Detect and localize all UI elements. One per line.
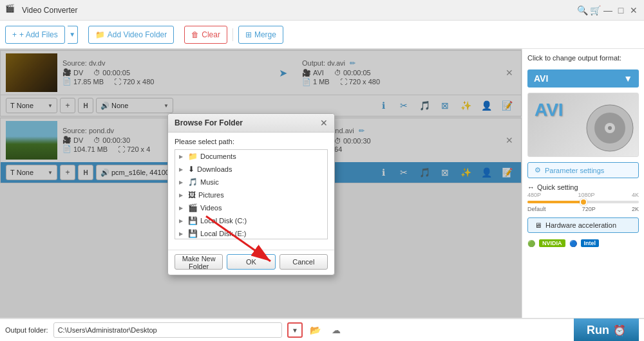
folder-label-music: Music [200,178,323,186]
folder-icon-documents: 📁 [188,152,198,161]
quality-slider-fill [527,201,583,203]
folder-arrow-disk-c: ▶ [179,218,185,224]
trash-icon: 🗑 [191,30,199,39]
folder-arrow-documents: ▶ [179,154,185,160]
output-format-label: Click to change output format: [527,54,639,62]
hardware-acceleration-button[interactable]: 🖥 Hardware acceleration [527,217,639,233]
add-video-folder-label: Add Video Folder [108,30,167,39]
run-label: Run [587,324,609,337]
right-panel: Click to change output format: AVI ▼ AVI… [522,49,644,318]
modal-body: Please select path: ▶ 📁 Documents ▶ ⬇ Do… [168,133,334,250]
maximize-btn[interactable]: □ [616,5,626,15]
folder-label-disk-c: Local Disk (C:) [200,217,323,225]
modal-close-button[interactable]: ✕ [320,118,328,128]
folder-arrow-videos: ▶ [179,205,185,211]
make-new-folder-button[interactable]: Make New Folder [175,254,223,270]
hw-icon: 🖥 [535,221,542,229]
run-button[interactable]: Run ⏰ [574,318,639,341]
ok-button[interactable]: OK [227,254,275,270]
intel-logo-icon: 🔵 [569,240,577,247]
folder-arrow-music: ▶ [179,180,185,185]
toolbar-divider [232,28,233,41]
close-btn[interactable]: ✕ [629,5,639,15]
modal-footer: Make New Folder OK Cancel [168,250,334,275]
disc-graphic [584,102,636,154]
alarm-icon: ⏰ [613,324,626,336]
folder-item-pictures[interactable]: ▶ 🖼 Pictures [175,189,327,201]
folder-icon-videos: 🎬 [188,203,198,212]
folder-item-disk-c[interactable]: ▶ 💾 Local Disk (C:) [175,214,327,227]
settings-icon: ⚙ [535,166,541,174]
file-list-area: Source: dv.dv 🎥 DV ⏱ 00:00:05 � [0,49,522,318]
main-area: Source: dv.dv 🎥 DV ⏱ 00:00:05 � [0,49,644,318]
bottom-bar: Output folder: ▼ 📂 ☁ Run ⏰ [0,318,644,341]
clear-button[interactable]: 🗑 Clear [184,26,227,44]
add-files-dropdown[interactable]: ▼ [68,26,78,44]
clear-label: Clear [202,30,220,39]
folder-arrow-disk-e: ▶ [179,231,185,237]
output-path-input[interactable] [53,322,282,338]
add-files-label: + Add Files [19,30,58,39]
shop-btn[interactable]: 🛒 [590,5,600,15]
folder-icon-pictures: 🖼 [188,190,196,199]
app-icon: 🎬 [5,4,18,17]
folder-label-documents: Documents [200,152,323,160]
browse-folder-modal: Browse For Folder ✕ Please select path: … [167,113,335,275]
modal-select-path-label: Please select path: [175,138,328,145]
minimize-btn[interactable]: — [603,5,613,15]
arrow-icon: ↔ [527,183,535,191]
folder-icon-disk-c: 💾 [188,216,198,225]
quick-setting-label: ↔ Quick setting [527,183,639,191]
folder-label-pictures: Pictures [198,191,323,199]
format-selector[interactable]: AVI ▼ [527,69,639,88]
quality-slider-thumb[interactable] [580,198,587,206]
window-controls: 🔍 🛒 — □ ✕ [577,5,639,15]
nvidia-logo-icon: 🟢 [527,240,535,247]
parameter-settings-button[interactable]: ⚙ Parameter settings [527,162,639,178]
folder-label-downloads: Downloads [197,165,323,173]
title-bar: 🎬 Video Converter 🔍 🛒 — □ ✕ [0,0,644,21]
app-title: Video Converter [22,6,577,15]
open-folder-button[interactable]: 📂 [308,322,323,338]
output-path-dropdown[interactable]: ▼ [287,322,303,338]
toolbar: + + Add Files ▼ 📁 Add Video Folder 🗑 Cle… [0,21,644,49]
folder-item-disk-e[interactable]: ▶ 💾 Local Disk (E:) [175,227,327,239]
search-btn[interactable]: 🔍 [577,5,587,15]
modal-overlay: Browse For Folder ✕ Please select path: … [0,49,522,318]
output-folder-label: Output folder: [5,326,48,334]
merge-button[interactable]: ⊞ Merge [238,26,283,44]
merge-icon: ⊞ [245,30,252,39]
add-files-button[interactable]: + + Add Files [5,26,65,44]
format-dropdown-icon: ▼ [623,73,632,84]
folder-label-videos: Videos [200,204,323,212]
format-label: AVI [534,73,548,84]
merge-label: Merge [254,30,276,39]
intel-badge: Intel [581,239,600,247]
folder-arrow-pictures: ▶ [179,192,185,198]
folder-item-music[interactable]: ▶ 🎵 Music [175,176,327,189]
resolution-labels: 480P 1080P 4K [527,192,639,198]
add-video-folder-button[interactable]: 📁 Add Video Folder [88,26,175,44]
folder-item-downloads[interactable]: ▶ ⬇ Downloads [175,163,327,176]
folder-tree[interactable]: ▶ 📁 Documents ▶ ⬇ Downloads ▶ 🎵 Mu [175,149,328,239]
folder-icon-music: 🎵 [188,178,198,187]
folder-arrow-downloads: ▶ [179,167,185,172]
resolution-marks: Default 720P 2K [527,206,639,212]
folder-item-documents[interactable]: ▶ 📁 Documents [175,150,327,163]
hw-accel-label: Hardware acceleration [545,221,616,229]
cancel-button[interactable]: Cancel [279,254,328,270]
folder-item-videos[interactable]: ▶ 🎬 Videos [175,201,327,214]
folder-icon-downloads: ⬇ [188,165,194,174]
folder-icon-disk-e: 💾 [188,229,198,238]
nvidia-intel-row: 🟢 NVIDIA 🔵 Intel [527,238,639,248]
upload-button[interactable]: ☁ [328,322,344,338]
folder-icon: 📁 [95,30,105,39]
svg-point-5 [608,126,612,130]
quick-setting-section: ↔ Quick setting 480P 1080P 4K Default 72… [527,183,639,212]
modal-title: Browse For Folder [175,118,243,127]
format-preview: AVI [527,93,639,157]
nvidia-badge: NVIDIA [539,239,565,247]
avi-text: AVI [535,100,564,120]
plus-icon: + [12,30,17,39]
param-label: Parameter settings [545,167,604,174]
